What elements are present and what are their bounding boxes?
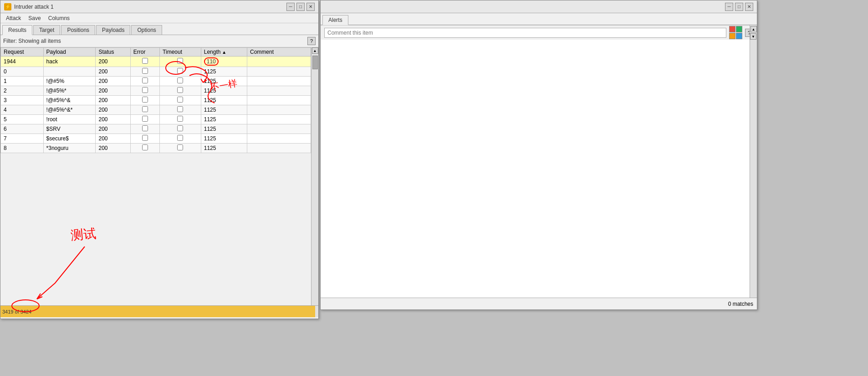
tab-target[interactable]: Target (33, 25, 60, 35)
col-length[interactable]: Length (201, 48, 247, 57)
intruder-tab-bar: Results Target Positions Payloads Option… (0, 23, 318, 35)
cell-error[interactable] (130, 86, 159, 96)
col-payload[interactable]: Payload (43, 48, 96, 57)
cell-status: 200 (96, 57, 130, 67)
minimize-button[interactable]: ─ (286, 3, 295, 11)
menu-save[interactable]: Save (25, 14, 44, 22)
cell-length: 1125 (201, 144, 247, 153)
cell-timeout[interactable] (160, 67, 201, 77)
alerts-maximize-button[interactable]: □ (735, 3, 743, 11)
table-row[interactable]: 3 !@#5%^& 200 1125 (1, 96, 311, 105)
intruder-window: ⚡ Intruder attack 1 ─ □ ✕ Attack Save Co… (0, 0, 319, 319)
menu-columns[interactable]: Columns (45, 14, 73, 22)
col-error[interactable]: Error (130, 48, 159, 57)
cell-error[interactable] (130, 115, 159, 124)
cell-length: 1125 (201, 124, 247, 134)
cell-timeout[interactable] (160, 86, 201, 96)
table-row[interactable]: 1 !@#5% 200 1125 (1, 77, 311, 86)
app-icon: ⚡ (4, 3, 11, 10)
col-timeout[interactable]: Timeout (160, 48, 201, 57)
scroll-up-arrow[interactable]: ▲ (312, 47, 318, 54)
col-status[interactable]: Status (96, 48, 130, 57)
scrollbar-thumb[interactable] (312, 56, 318, 69)
cell-error[interactable] (130, 105, 159, 115)
alerts-minimize-button[interactable]: ─ (725, 3, 733, 11)
cell-payload: !@#5%^& (43, 96, 96, 105)
cell-payload: !@#5%* (43, 86, 96, 96)
table-row[interactable]: 8 *3noguru 200 1125 (1, 144, 311, 153)
cell-comment (247, 96, 311, 105)
cell-request: 7 (1, 134, 44, 144)
right-panel-scrollbar[interactable]: ▲ ▼ (750, 25, 757, 298)
table-row[interactable]: 1944 hack 200 110 (1, 57, 311, 67)
maximize-button[interactable]: □ (296, 3, 305, 11)
table-row[interactable]: 2 !@#5%* 200 1125 (1, 86, 311, 96)
filter-help-button[interactable]: ? (307, 37, 316, 45)
color-orange[interactable] (729, 33, 735, 39)
comment-input[interactable] (324, 28, 726, 38)
color-grid (729, 26, 742, 39)
cell-error[interactable] (130, 134, 159, 144)
table-row[interactable]: 5 !root 200 1125 (1, 115, 311, 124)
cell-error[interactable] (130, 67, 159, 77)
cell-request: 1944 (1, 57, 44, 67)
matches-count: 0 matches (728, 301, 753, 307)
table-row[interactable]: 7 $secure$ 200 1125 (1, 134, 311, 144)
cell-payload: $secure$ (43, 134, 96, 144)
close-button[interactable]: ✕ (306, 3, 315, 11)
cell-timeout[interactable] (160, 134, 201, 144)
progress-count: 3419 of 3424 (2, 309, 31, 314)
col-request[interactable]: Request (1, 48, 44, 57)
cell-timeout[interactable] (160, 115, 201, 124)
menu-attack[interactable]: Attack (2, 14, 25, 22)
col-comment[interactable]: Comment (247, 48, 311, 57)
cell-timeout[interactable] (160, 96, 201, 105)
alerts-close-button[interactable]: ✕ (745, 3, 753, 11)
cell-timeout[interactable] (160, 124, 201, 134)
cell-timeout[interactable] (160, 77, 201, 86)
color-red[interactable] (729, 26, 735, 32)
alerts-main-panel (321, 40, 750, 308)
cell-request: 3 (1, 96, 44, 105)
cell-timeout[interactable] (160, 105, 201, 115)
right-scroll-up[interactable]: ▲ (751, 26, 757, 32)
table-wrapper: Request Payload Status Error Timeout Len… (0, 47, 311, 317)
cell-comment (247, 124, 311, 134)
table-row[interactable]: 4 !@#5%^&* 200 1125 (1, 105, 311, 115)
cell-error[interactable] (130, 57, 159, 67)
alerts-bottom-bar: 0 matches (321, 298, 757, 309)
color-blue[interactable] (736, 33, 742, 39)
cell-status: 200 (96, 115, 130, 124)
progress-bar (0, 306, 315, 317)
cell-request: 8 (1, 144, 44, 153)
window-controls: ─ □ ✕ (286, 3, 315, 11)
alerts-tab-bar: Alerts (321, 13, 757, 25)
cell-length: 1125 (201, 86, 247, 96)
tab-results[interactable]: Results (2, 25, 32, 35)
cell-payload: !@#5%^&* (43, 105, 96, 115)
color-green[interactable] (736, 26, 742, 32)
tab-options[interactable]: Options (131, 25, 162, 35)
cell-length: 1125 (201, 134, 247, 144)
cell-timeout[interactable] (160, 144, 201, 153)
cell-payload (43, 67, 96, 77)
cell-timeout[interactable] (160, 57, 201, 67)
cell-status: 200 (96, 96, 130, 105)
tab-payloads[interactable]: Payloads (96, 25, 130, 35)
cell-payload: !@#5% (43, 77, 96, 86)
table-row[interactable]: 0 200 1125 (1, 67, 311, 77)
table-row[interactable]: 6 $SRV 200 1125 (1, 124, 311, 134)
tab-positions[interactable]: Positions (61, 25, 95, 35)
cell-comment (247, 57, 311, 67)
cell-error[interactable] (130, 144, 159, 153)
tab-alerts[interactable]: Alerts (322, 15, 348, 25)
right-scroll-down[interactable]: ▼ (750, 33, 756, 40)
cell-error[interactable] (130, 124, 159, 134)
cell-length: 1125 (201, 105, 247, 115)
cell-error[interactable] (130, 96, 159, 105)
cell-error[interactable] (130, 77, 159, 86)
cell-comment (247, 86, 311, 96)
results-scrollbar[interactable]: ▲ ▼ (311, 47, 318, 317)
cell-request: 2 (1, 86, 44, 96)
cell-status: 200 (96, 134, 130, 144)
